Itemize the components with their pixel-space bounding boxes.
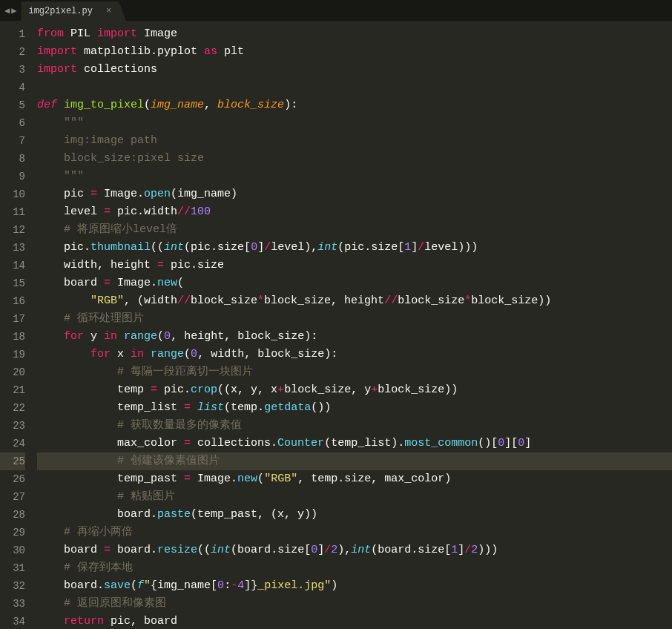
line-number: 7: [0, 132, 25, 150]
code-line[interactable]: pic = Image.open(img_name): [37, 185, 672, 203]
code-line[interactable]: for x in range(0, width, block_size):: [37, 346, 672, 363]
file-tab[interactable]: img2pixel.py ×: [21, 1, 126, 21]
line-number: 33: [0, 595, 25, 613]
line-number: 20: [0, 363, 25, 381]
line-number: 21: [0, 381, 25, 399]
line-number: 16: [0, 292, 25, 310]
code-line[interactable]: board.save(f"{img_name[0:-4]}_pixel.jpg"…: [37, 577, 672, 595]
code-line[interactable]: temp = pic.crop((x, y, x+block_size, y+b…: [37, 381, 672, 399]
code-line[interactable]: import matplotlib.pyplot as plt: [37, 43, 672, 61]
code-area[interactable]: from PIL import Imageimport matplotlib.p…: [31, 21, 672, 629]
line-number: 8: [0, 150, 25, 168]
line-number: 6: [0, 114, 25, 132]
code-line[interactable]: # 保存到本地: [37, 559, 672, 577]
tab-filename: img2pixel.py: [28, 6, 92, 16]
code-line[interactable]: from PIL import Image: [37, 25, 672, 43]
code-line[interactable]: board.paste(temp_past, (x, y)): [37, 506, 672, 524]
code-line[interactable]: max_color = collections.Counter(temp_lis…: [37, 435, 672, 452]
code-line[interactable]: # 每隔一段距离切一块图片: [37, 363, 672, 381]
code-line[interactable]: return pic, board: [37, 613, 672, 629]
line-number: 30: [0, 541, 25, 559]
line-number: 32: [0, 577, 25, 595]
code-line[interactable]: def img_to_pixel(img_name, block_size):: [37, 96, 672, 114]
code-line[interactable]: img:image path: [37, 132, 672, 150]
code-line[interactable]: block_size:pixel size: [37, 150, 672, 168]
line-number: 18: [0, 328, 25, 346]
tab-nav-arrows: ◀ ▶: [0, 5, 21, 16]
close-icon[interactable]: ×: [106, 6, 111, 16]
code-line[interactable]: # 再缩小两倍: [37, 524, 672, 541]
line-number: 29: [0, 524, 25, 541]
code-line[interactable]: temp_past = Image.new("RGB", temp.size, …: [37, 470, 672, 488]
code-line[interactable]: # 获取数量最多的像素值: [37, 417, 672, 435]
line-gutter: 1234567891011121314151617181920212223242…: [0, 21, 31, 629]
tab-nav-left-icon[interactable]: ◀: [4, 5, 10, 16]
line-number: 22: [0, 399, 25, 417]
code-line[interactable]: board = Image.new(: [37, 274, 672, 292]
code-line[interactable]: pic.thumbnail((int(pic.size[0]/level),in…: [37, 239, 672, 257]
editor: 1234567891011121314151617181920212223242…: [0, 21, 672, 629]
line-number: 4: [0, 79, 25, 96]
line-number: 27: [0, 488, 25, 506]
line-number: 17: [0, 310, 25, 328]
line-number: 2: [0, 43, 25, 61]
code-line[interactable]: level = pic.width//100: [37, 203, 672, 221]
line-number: 9: [0, 168, 25, 185]
line-number: 13: [0, 239, 25, 257]
code-line[interactable]: "RGB", (width//block_size*block_size, he…: [37, 292, 672, 310]
line-number: 24: [0, 435, 25, 452]
line-number: 34: [0, 613, 25, 629]
code-line[interactable]: [37, 79, 672, 96]
code-line[interactable]: import collections: [37, 61, 672, 79]
code-line[interactable]: # 返回原图和像素图: [37, 595, 672, 613]
line-number: 12: [0, 221, 25, 239]
line-number: 15: [0, 274, 25, 292]
code-line[interactable]: # 粘贴图片: [37, 488, 672, 506]
line-number: 14: [0, 257, 25, 274]
tab-bar: ◀ ▶ img2pixel.py ×: [0, 0, 672, 21]
line-number: 10: [0, 185, 25, 203]
code-line[interactable]: """: [37, 168, 672, 185]
code-line[interactable]: width, height = pic.size: [37, 257, 672, 274]
line-number: 28: [0, 506, 25, 524]
line-number: 1: [0, 25, 25, 43]
code-line[interactable]: temp_list = list(temp.getdata()): [37, 399, 672, 417]
line-number: 5: [0, 96, 25, 114]
line-number: 31: [0, 559, 25, 577]
line-number: 25: [0, 452, 25, 470]
code-line[interactable]: for y in range(0, height, block_size):: [37, 328, 672, 346]
line-number: 23: [0, 417, 25, 435]
code-line[interactable]: # 循环处理图片: [37, 310, 672, 328]
code-line[interactable]: """: [37, 114, 672, 132]
code-line[interactable]: # 创建该像素值图片: [37, 452, 672, 470]
code-line[interactable]: board = board.resize((int(board.size[0]/…: [37, 541, 672, 559]
line-number: 19: [0, 346, 25, 363]
line-number: 3: [0, 61, 25, 79]
code-line[interactable]: # 将原图缩小level倍: [37, 221, 672, 239]
line-number: 26: [0, 470, 25, 488]
tab-nav-right-icon[interactable]: ▶: [11, 5, 16, 16]
line-number: 11: [0, 203, 25, 221]
